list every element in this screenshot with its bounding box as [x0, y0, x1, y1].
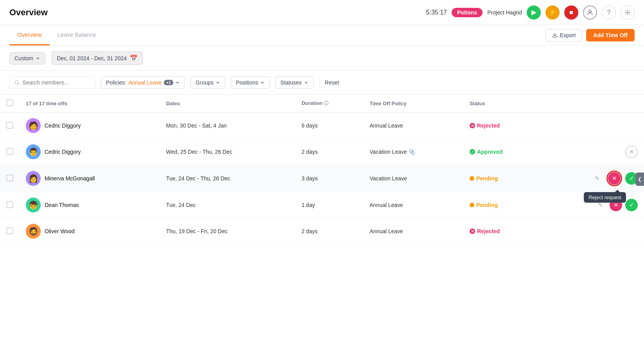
avatar-green[interactable]: ▶	[527, 5, 541, 20]
member-avatar: 👩	[26, 171, 41, 186]
status-cell: ✕ Rejected	[463, 218, 542, 245]
reject-button[interactable]: ✕	[608, 172, 621, 185]
member-cell: 👩 Minerva McGonagall	[20, 165, 160, 192]
duration-cell: 3 days	[295, 165, 363, 192]
action-cell: ✎ ✕ Reject request ✓	[548, 171, 638, 186]
attachment-icon: 📎	[409, 149, 415, 155]
status-rejected: ✕ Rejected	[470, 122, 535, 129]
positions-chevron-icon	[260, 80, 265, 85]
th-duration: Duration ⓘ	[295, 95, 363, 113]
actions-cell: ✎ ✕ Reject request ✓	[542, 165, 644, 192]
member-name: Oliver Wood	[45, 228, 75, 234]
statuses-chevron-icon	[304, 80, 309, 85]
approved-dot: ✓	[470, 149, 475, 155]
close-button[interactable]: ✕	[625, 146, 638, 158]
status-pending: Pending	[470, 175, 535, 182]
dates-cell: Thu, 19 Dec - Fri, 20 Dec	[160, 218, 295, 245]
date-range-button[interactable]: Dec, 01 2024 - Dec, 31 2024 📅	[52, 51, 143, 65]
statuses-filter[interactable]: Statuses	[275, 76, 313, 89]
header-time: 5:35:17	[426, 9, 447, 16]
member-avatar: 👨	[26, 144, 41, 159]
status-pending: Pending	[470, 202, 535, 208]
row-checkbox[interactable]	[6, 175, 13, 182]
policy-cell: Vacation Leave📎	[363, 139, 463, 165]
row-checkbox[interactable]	[6, 201, 13, 208]
pending-dot	[470, 176, 474, 181]
chevron-down-icon	[36, 56, 40, 61]
table-row: 👦 Dean Thomas Tue, 24 Dec 1 day Annual L…	[0, 192, 644, 218]
th-checkbox	[0, 95, 20, 113]
export-icon	[552, 32, 558, 38]
status-cell: ✕ Rejected	[463, 113, 542, 139]
status-cell: Pending	[463, 192, 542, 218]
row-checkbox-cell	[0, 218, 20, 245]
help-button[interactable]: ?	[602, 5, 616, 20]
row-checkbox-cell	[0, 165, 20, 192]
row-checkbox[interactable]	[6, 122, 13, 129]
tabs-bar: Overview Leave Balance Export Add Time O…	[0, 25, 644, 46]
user-avatar[interactable]	[583, 5, 597, 20]
pending-dot	[470, 203, 474, 207]
th-policy: Time Off Policy	[363, 95, 463, 113]
project-label[interactable]: Project Hagrid	[487, 9, 522, 16]
duration-cell: 2 days	[295, 139, 363, 165]
row-checkbox[interactable]	[6, 148, 13, 155]
policies-chevron-icon	[175, 80, 180, 85]
dates-cell: Wed, 25 Dec - Thu, 26 Dec	[160, 139, 295, 165]
actions-cell: ✕	[542, 139, 644, 165]
positions-filter[interactable]: Positions	[231, 76, 270, 89]
tabs-right: Export Add Time Off	[545, 29, 635, 41]
add-time-off-button[interactable]: Add Time Off	[586, 29, 635, 41]
policy-cell: Annual Leave	[363, 192, 463, 218]
member-cell: 🧔 Oliver Wood	[20, 218, 160, 245]
status-approved: ✓ Approved	[470, 149, 535, 155]
row-checkbox-cell	[0, 139, 20, 165]
groups-filter[interactable]: Groups	[190, 76, 225, 89]
potions-badge[interactable]: Potions	[452, 8, 483, 17]
search-input[interactable]	[23, 79, 90, 86]
row-checkbox-cell	[0, 113, 20, 139]
select-all-checkbox[interactable]	[6, 99, 13, 106]
status-cell: Pending	[463, 165, 542, 192]
edit-button[interactable]: ✎	[591, 172, 603, 185]
time-off-table: 17 of 17 time offs Dates Duration ⓘ Time…	[0, 95, 644, 245]
policies-filter[interactable]: Policies: Annual Leave +1	[101, 76, 185, 89]
filter-divider	[319, 78, 319, 87]
approve-button[interactable]: ✓	[625, 199, 638, 211]
member-avatar: 🧔	[26, 224, 41, 239]
svg-point-1	[627, 12, 628, 13]
settings-button[interactable]	[621, 5, 635, 20]
duration-cell: 6 days	[295, 113, 363, 139]
right-panel-toggle[interactable]: ❮	[635, 173, 644, 186]
rejected-dot: ✕	[470, 123, 475, 128]
dates-cell: Mon, 30 Dec - Sat, 4 Jan	[160, 113, 295, 139]
search-filter-row: Policies: Annual Leave +1 Groups Positio…	[0, 71, 644, 95]
reject-highlighted-border: ✕	[606, 171, 622, 186]
avatar-red[interactable]: ■	[564, 5, 578, 20]
table-row: 🧑 Cedric Diggory Mon, 30 Dec - Sat, 4 Ja…	[0, 113, 644, 139]
dates-cell: Tue, 24 Dec - Thu, 26 Dec	[160, 165, 295, 192]
groups-chevron-icon	[215, 80, 220, 85]
tab-overview[interactable]: Overview	[9, 25, 50, 45]
duration-cell: 1 day	[295, 192, 363, 218]
avatar-yellow[interactable]: ⚡	[545, 5, 560, 20]
tab-leave-balance[interactable]: Leave Balance	[50, 25, 104, 45]
custom-date-button[interactable]: Custom	[9, 52, 45, 65]
status-cell: ✓ Approved	[463, 139, 542, 165]
duration-info-icon[interactable]: ⓘ	[324, 101, 328, 106]
status-rejected: ✕ Rejected	[470, 228, 535, 234]
page-title: Overview	[9, 7, 48, 18]
export-button[interactable]: Export	[545, 29, 582, 41]
member-cell: 👦 Dean Thomas	[20, 192, 160, 218]
reset-button[interactable]: Reset	[325, 79, 339, 86]
date-filters-row: Custom Dec, 01 2024 - Dec, 31 2024 📅	[0, 46, 644, 71]
row-checkbox[interactable]	[6, 227, 13, 234]
reject-tooltip-container: ✕ Reject request	[606, 171, 622, 186]
action-cell: ✕	[548, 146, 638, 158]
th-count: 17 of 17 time offs	[20, 95, 160, 113]
calendar-icon: 📅	[130, 54, 138, 62]
header-right: 5:35:17 Potions Project Hagrid ▶ ⚡ ■ ?	[426, 5, 635, 20]
svg-point-0	[589, 10, 591, 13]
rejected-dot: ✕	[470, 228, 475, 234]
policy-cell: Vacation Leave	[363, 165, 463, 192]
